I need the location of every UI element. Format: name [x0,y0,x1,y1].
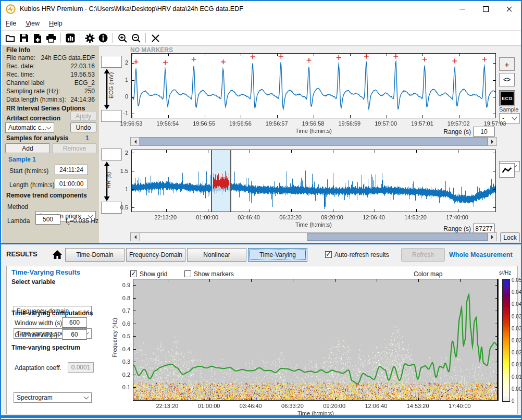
add-sample-button[interactable]: Add [5,143,50,153]
tv-results-title: Time-Varying Results [11,268,80,276]
ecg-xtick: 19:56:59 [338,120,361,127]
tab-time-varying[interactable]: Time-Varying [248,248,307,262]
fc-rest: =0.035 Hz [70,217,98,225]
ecg-ytick: 1 [115,77,128,83]
menu-view[interactable]: View [21,20,44,27]
close-file-icon[interactable] [149,32,161,44]
refresh-button[interactable]: Refresh [401,248,445,262]
ecg-xtick: 19:56:56 [229,120,252,127]
zigzag-line-icon [502,167,512,174]
ecg-xtick: 19:56:54 [156,120,179,127]
rr-ylabel: RR (s) [105,172,111,189]
spectrogram-plot[interactable] [133,279,499,401]
left-arrow-icon [132,235,136,239]
menu-help[interactable]: Help [44,20,67,27]
show-grid-checkbox[interactable] [130,270,137,277]
settings-icon[interactable] [83,32,96,44]
rr-scrollbar[interactable] [130,232,497,241]
ecg-channel-button[interactable]: ECG [500,91,515,106]
file-info-value: 22.03.16 [70,62,95,70]
remove-trend-title: Remove trend components [6,192,87,199]
undo-button[interactable]: Undo [70,122,96,132]
auto-refresh-checkbox[interactable] [325,251,332,258]
apply-button[interactable]: Apply [70,111,96,121]
tab-time-domain[interactable]: Time-Domain [65,248,125,262]
rr-xtick: 17:40:00 [446,214,468,220]
rr-xtick: 22:13:20 [154,214,177,220]
file-info-value: 19.56.53 [70,70,95,79]
grid-interval-input[interactable]: 60 [62,329,87,340]
ecg-xtick: 19:56:53 [120,120,143,127]
zoom-in-icon[interactable] [116,32,129,44]
ecg-xtick: 19:56:58 [302,120,325,127]
remove-sample-button[interactable]: Remove [52,143,97,153]
rr-plot[interactable] [131,150,496,212]
show-markers-label: Show markers [194,270,234,278]
samples-for-analysis-label: Samples for analysis [6,134,68,142]
ecg-expand-button[interactable]: <> [499,73,515,87]
ecg-plot[interactable] [131,53,496,118]
close-button[interactable] [498,1,521,17]
sample-length-input[interactable]: 01:00:00 [55,179,88,189]
colorbar [502,279,510,402]
sample-select[interactable]: - [499,113,520,123]
lambda-input[interactable]: 500 [35,214,60,225]
rr-scroll-right-button[interactable] [488,233,496,241]
toolbar-separator [145,33,146,43]
rr-ymin-input[interactable] [101,202,122,214]
auto-refresh-label: Auto-refresh results [334,251,389,258]
spectrogram-ylabel: Frequency (Hz) [111,318,118,357]
minimize-button[interactable] [451,1,474,17]
rr-scroll-left-button[interactable] [131,233,140,241]
ecg-scrollbar[interactable] [130,137,497,146]
tab-nonlinear[interactable]: Nonlinear [187,248,246,262]
cutoff-frequency-label: fc=0.035 Hz [66,217,98,226]
ecg-scroll-right-button[interactable] [488,138,496,145]
ecg-ymin-input[interactable] [101,110,122,122]
tab-frequency-domain[interactable]: Frequency-Domain [126,248,185,262]
file-info-label: Rec. date: [6,62,35,70]
save-icon[interactable] [18,32,30,44]
export-report-icon[interactable] [31,32,44,44]
ecg-ymax-input[interactable] [101,56,122,68]
lock-button[interactable]: Lock [500,232,520,242]
rr-scroll-thumb[interactable] [307,233,488,241]
file-info-row: File name:24h ECG data.EDF [6,54,95,62]
info-icon[interactable] [97,32,109,44]
rr-xlabel: Time (h:min:s) [295,221,332,228]
rr-line-style-button[interactable] [499,163,515,178]
window-width-input[interactable]: 600 [62,317,87,328]
rr-xtick: 06:33:20 [279,214,302,220]
zoom-out-icon[interactable] [130,32,142,44]
ecg-scroll-left-button[interactable] [131,138,140,145]
rr-canvas [132,150,495,212]
show-grid-label: Show grid [140,270,167,278]
show-markers-checkbox[interactable] [184,270,191,277]
close-icon [506,6,512,12]
results-view-icon[interactable] [64,32,77,44]
rr-scroll-track[interactable] [140,233,488,241]
file-info-row: Sampling rate (Hz):250 [6,87,95,95]
adaptation-coeff-label: Adaptation coeff. [15,364,61,372]
ecg-range-input[interactable]: 10 [473,127,495,137]
rr-ymax-input[interactable] [101,149,122,160]
ecg-zoom-plus-button[interactable]: + [499,57,515,71]
open-folder-icon[interactable] [4,32,17,44]
menu-bar: FileViewHelp [1,17,521,31]
artifact-correction-select[interactable]: Automatic c... [5,122,54,133]
minimize-icon [459,9,465,9]
adaptation-coeff-input[interactable]: 0.0001 [68,362,94,373]
sample-start-input[interactable]: 24:11:24 [55,165,88,175]
home-button[interactable] [51,248,64,262]
colormap-label: Color map [414,270,442,278]
results-divider [1,243,521,244]
artifact-correction-label: Artifact correction [6,115,60,122]
rr-xtick: 01:00:00 [196,214,218,220]
spectrum-type-select[interactable]: Spectrogram [14,392,92,403]
ecg-scroll-thumb[interactable] [140,138,488,145]
maximize-button[interactable] [474,1,498,17]
print-icon[interactable] [45,32,57,44]
ecg-scroll-track[interactable] [140,138,488,145]
rr-xtick: 12:06:40 [363,214,385,220]
menu-file[interactable]: File [1,20,21,27]
